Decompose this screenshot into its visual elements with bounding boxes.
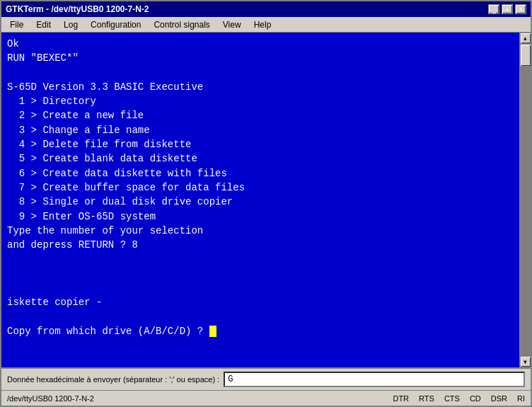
terminal-wrapper: Ok RUN "BEXEC*" S-65D Version 3.3 BASIC … xyxy=(1,33,531,367)
menu-file[interactable]: File xyxy=(4,18,29,31)
close-button[interactable]: × xyxy=(515,4,526,14)
dsr-indicator: DSR xyxy=(491,394,507,403)
main-window: GTKTerm - /dev/ttyUSB0 1200-7-N-2 _ + × … xyxy=(0,0,532,407)
rts-indicator: RTS xyxy=(419,394,434,403)
scroll-thumb[interactable] xyxy=(521,45,531,66)
hex-input-area: Donnée hexadécimale à envoyer (séparateu… xyxy=(1,367,531,390)
window-controls: _ + × xyxy=(488,4,526,14)
menu-view[interactable]: View xyxy=(217,18,247,31)
terminal-output[interactable]: Ok RUN "BEXEC*" S-65D Version 3.3 BASIC … xyxy=(1,33,519,367)
port-status: /dev/ttyUSB0 1200-7-N-2 xyxy=(7,394,94,403)
menu-control-signals[interactable]: Control signals xyxy=(148,18,215,31)
scroll-track[interactable] xyxy=(520,44,531,356)
window-title: GTKTerm - /dev/ttyUSB0 1200-7-N-2 xyxy=(6,4,149,14)
scroll-down-arrow[interactable]: ▼ xyxy=(520,356,531,367)
menu-log[interactable]: Log xyxy=(58,18,83,31)
statusbar: /dev/ttyUSB0 1200-7-N-2 DTR RTS CTS CD D… xyxy=(1,390,531,406)
minimize-button[interactable]: _ xyxy=(488,4,499,14)
cd-indicator: CD xyxy=(470,394,481,403)
menu-edit[interactable]: Edit xyxy=(30,18,57,31)
cts-indicator: CTS xyxy=(444,394,460,403)
menubar: File Edit Log Configuration Control sign… xyxy=(1,17,531,33)
menu-help[interactable]: Help xyxy=(248,18,277,31)
scrollbar[interactable]: ▲ ▼ xyxy=(519,33,531,367)
dtr-indicator: DTR xyxy=(393,394,409,403)
menu-configuration[interactable]: Configuration xyxy=(85,18,146,31)
maximize-button[interactable]: + xyxy=(502,4,513,14)
titlebar: GTKTerm - /dev/ttyUSB0 1200-7-N-2 _ + × xyxy=(1,1,531,17)
scroll-up-arrow[interactable]: ▲ xyxy=(520,33,531,44)
hex-input-label: Donnée hexadécimale à envoyer (séparateu… xyxy=(7,375,219,384)
ri-indicator: RI xyxy=(517,394,525,403)
signal-indicators: DTR RTS CTS CD DSR RI xyxy=(393,394,525,403)
hex-input-field[interactable] xyxy=(224,372,525,387)
terminal-cursor xyxy=(209,326,216,337)
